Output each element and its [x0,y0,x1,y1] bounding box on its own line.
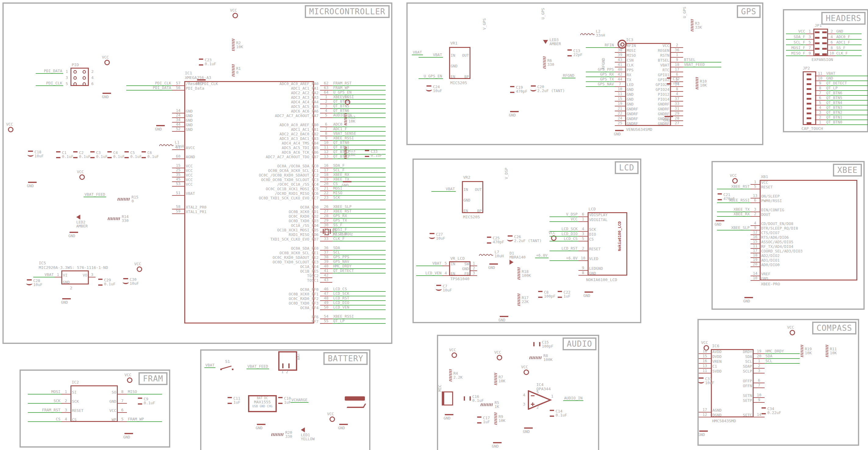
pin-name [184,104,245,109]
pin-net [586,107,615,111]
pin-row: 15DVDDSDA20SDA [699,354,800,359]
block-title-compass: COMPASS [812,322,857,334]
pin-number [172,219,184,223]
pin-name: CD/DOUT_EN/DO8 [760,222,860,226]
pin-name [711,398,733,403]
block-audio: AUDIO VCC R42.2K MIC GND C160.1uF R51K V… [437,335,599,450]
pin-number: 8 [579,271,588,276]
pin-name: DIN/CONFIG [760,208,860,212]
pin-net: QT_BTN5 [825,96,868,101]
pin-name: GNDRF [625,117,647,121]
gnd-symbol [339,424,348,425]
r5-resistor: R51K [480,400,499,409]
pin-net [586,92,615,97]
pin-number: 22 [615,111,625,116]
gnd-label: GND [523,429,530,434]
lcd-connector: LCD NOKIA6100_LCD Nokia6100_LCD V_DSP6VD… [550,212,627,276]
pin-number: 60 [172,154,184,159]
pin-name: ADC6_AC6_TCK_PB6 [245,150,320,155]
pin-name [184,310,245,314]
resistor-icon [271,433,284,436]
ic4-ref: IC4 [536,382,544,387]
pin-row: OC0B_XCK0_PF147LCD_SCK [126,291,379,296]
pin-net [126,265,172,269]
pin-row: +6.8V10VLED [550,256,627,261]
pin-name [760,203,860,207]
block-title-headers: HEADERS [821,12,866,25]
pin-net [126,164,172,168]
pin-net: BTSEL [683,58,721,63]
gnd-symbol [664,116,673,117]
pin-row: SETP9 [699,398,800,403]
mic-label: MIC [437,385,442,392]
pin-row [550,261,627,266]
pin-row: 15ASSOC/AD5/DIO5 [717,239,860,244]
pin-net [126,91,172,95]
pin-net [477,262,478,266]
r12-resistor: R1210K [344,113,355,126]
pin-net [126,187,172,191]
pin-name: EN [462,209,473,213]
pin-number [172,297,184,301]
pin-name: OFFP [733,379,753,383]
pin-name: C1 [711,364,733,368]
gnd-label: GND [342,183,349,188]
pin-pad [803,116,815,120]
pin-net [550,271,579,276]
pin-net [477,271,478,276]
pin-net [489,198,490,202]
pin-name: OC0B_XCK0_PD1 [245,210,320,214]
pin-name [588,262,627,266]
pin-number: 4 [828,35,835,40]
pin-net [332,200,385,204]
gnd-label: GND [743,299,750,303]
r14-resistor: R14330 [107,215,129,223]
gnd-label: GND [499,318,505,322]
pin-net [126,100,172,104]
pin-hole [70,69,80,74]
ic6-name: HMC5843SMD [712,419,736,423]
pin-row: SDA_F34ADC0_F [786,34,862,40]
gnd-label: GND [509,113,516,117]
pin-number: 3 [470,271,477,276]
pin-row: 45VCCOC0D_OC0B_TXD0_SCLOUT_PC319XBEE_TX [126,177,379,182]
pin-row: OC0D_TXD1_SCK_CLKO_EVO_PC723SCK [126,195,379,200]
pin-row: OC0A_PF046LCD_CS [126,287,379,291]
pin-name: GND [449,64,460,68]
pin-name: CLK [625,63,647,67]
pin-name: VDISPLAY [588,213,627,217]
pin-net [332,278,385,283]
vcc-label: VCC [230,8,237,12]
c28-capacitor: C2810uF [27,279,42,287]
pin-name: VCC [184,173,245,178]
pin-number: 7 [615,82,625,87]
pin-pad [813,41,821,45]
inductor-icon [479,252,493,256]
pin-net [126,219,172,223]
pin-number: 7 [806,46,813,51]
pin-name [184,246,245,251]
pin-number: 13 [699,364,711,368]
pin-row: 11GNDPIO124 [586,92,721,97]
pin-name: IN [449,262,460,266]
gnd-symbol [524,427,533,429]
pin-net [683,73,721,77]
pin-number: 17 [699,408,711,413]
pin-number [172,233,184,237]
pin-net: XBEE_RSSI [717,198,750,203]
pin-row: XBEE_RSSI6PWM0/RSSI [717,198,860,203]
pin-number: 6 [815,96,825,101]
pin-row: 7QT_BTN6 [803,91,868,96]
ic4-pin-vminus: 2 [536,405,539,410]
pin-number: 8 [828,46,835,51]
pin-name: OC0C_RXD0_PD2 [245,214,320,219]
pin-net [126,127,172,132]
capacitor-icon [538,291,542,298]
pin-number: 51 [172,191,184,196]
pin-number [442,267,449,271]
pin-name: ADC0_AC0_AREF_PA0 [245,82,320,86]
pin-name: OUT [473,188,483,192]
pin-name: TOSC1 [245,278,320,283]
pin-number: 59 [172,209,184,214]
led-icon [76,215,80,220]
